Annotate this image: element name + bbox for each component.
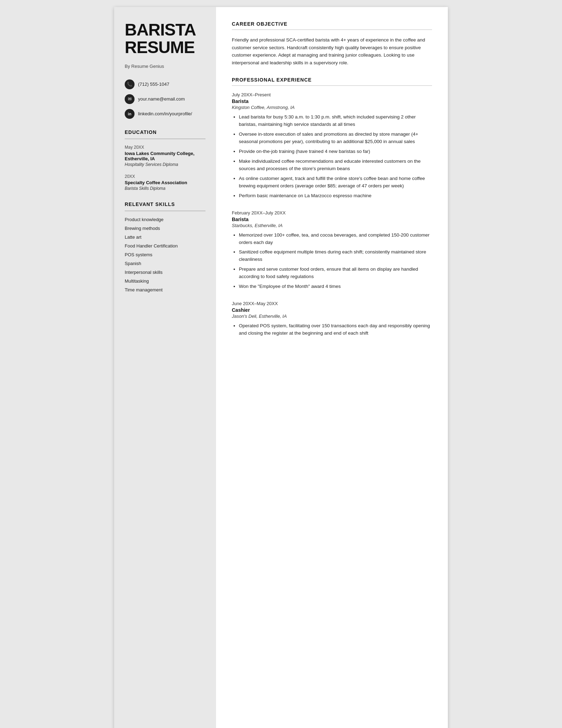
skills-divider xyxy=(125,211,205,211)
job-entry-2: February 20XX–July 20XXBaristaStarbucks,… xyxy=(232,210,432,290)
contact-section: 📞 (712) 555-1047 ✉ your.name@email.com i… xyxy=(125,79,205,119)
bullet-item: Operated POS system, facilitating over 1… xyxy=(239,322,432,337)
jobs-list: July 20XX–PresentBaristaKingston Coffee,… xyxy=(232,92,432,337)
resume-title: BARISTARESUME xyxy=(125,21,205,57)
bullet-item: Lead barista for busy 5:30 a.m. to 1:30 … xyxy=(239,114,432,128)
job-date-1: July 20XX–Present xyxy=(232,92,432,97)
skill-item: Spanish xyxy=(125,261,205,266)
edu-school-2: Specialty Coffee Association xyxy=(125,180,205,185)
linkedin-icon: in xyxy=(125,109,135,119)
edu-entry-1: May 20XX Iowa Lakes Community College, E… xyxy=(125,145,205,167)
edu-entry-2: 20XX Specialty Coffee Association Barist… xyxy=(125,174,205,191)
email-contact: ✉ your.name@email.com xyxy=(125,94,205,104)
skill-item: Food Handler Certification xyxy=(125,243,205,249)
skill-item: Time management xyxy=(125,287,205,292)
bullet-item: Won the "Employee of the Month" award 4 … xyxy=(239,283,432,290)
phone-contact: 📞 (712) 555-1047 xyxy=(125,79,205,89)
bullet-item: Prepare and serve customer food orders, … xyxy=(239,266,432,281)
linkedin-text: linkedin.com/in/yourprofile/ xyxy=(138,111,192,116)
job-date-2: February 20XX–July 20XX xyxy=(232,210,432,215)
job-company-3: Jason's Deli, Estherville, IA xyxy=(232,314,432,319)
bullet-item: Perform basic maintenance on La Marzocco… xyxy=(239,192,432,200)
bullet-item: Provide on-the-job training (have traine… xyxy=(239,148,432,155)
objective-heading: CAREER OBJECTIVE xyxy=(232,21,432,27)
job-title-3: Cashier xyxy=(232,307,432,313)
phone-text: (712) 555-1047 xyxy=(138,82,169,87)
experience-heading: PROFESSIONAL EXPERIENCE xyxy=(232,77,432,83)
skills-heading: RELEVANT SKILLS xyxy=(125,201,205,207)
job-company-2: Starbucks, Estherville, IA xyxy=(232,223,432,228)
job-entry-1: July 20XX–PresentBaristaKingston Coffee,… xyxy=(232,92,432,199)
skills-list: Product knowledgeBrewing methodsLatte ar… xyxy=(125,217,205,292)
skill-item: Brewing methods xyxy=(125,226,205,231)
job-date-3: June 20XX–May 20XX xyxy=(232,301,432,306)
email-icon: ✉ xyxy=(125,94,135,104)
bullet-item: Sanitized coffee equipment multiple time… xyxy=(239,249,432,263)
edu-school-1: Iowa Lakes Community College, Esthervill… xyxy=(125,151,205,161)
phone-icon: 📞 xyxy=(125,79,135,89)
skill-item: POS systems xyxy=(125,252,205,257)
bullet-item: Make individualized coffee recommendatio… xyxy=(239,158,432,173)
objective-divider xyxy=(232,30,432,30)
skill-item: Multitasking xyxy=(125,278,205,284)
main-content: CAREER OBJECTIVE Friendly and profession… xyxy=(216,7,448,728)
experience-divider xyxy=(232,85,432,86)
edu-diploma-2: Barista Skills Diploma xyxy=(125,186,205,191)
skill-item: Product knowledge xyxy=(125,217,205,222)
job-title-1: Barista xyxy=(232,98,432,104)
skill-item: Latte art xyxy=(125,234,205,240)
job-entry-3: June 20XX–May 20XXCashierJason's Deli, E… xyxy=(232,301,432,337)
email-text: your.name@email.com xyxy=(138,96,185,102)
bullet-item: Oversee in-store execution of sales and … xyxy=(239,131,432,146)
resume-page: BARISTARESUME By Resume Genius 📞 (712) 5… xyxy=(114,7,448,728)
education-heading: EDUCATION xyxy=(125,129,205,135)
job-bullets-2: Memorized over 100+ coffee, tea, and coc… xyxy=(232,232,432,290)
linkedin-contact: in linkedin.com/in/yourprofile/ xyxy=(125,109,205,119)
sidebar: BARISTARESUME By Resume Genius 📞 (712) 5… xyxy=(114,7,216,728)
bullet-item: As online customer agent, track and fulf… xyxy=(239,175,432,190)
edu-date-2: 20XX xyxy=(125,174,205,179)
education-divider xyxy=(125,138,205,139)
job-bullets-1: Lead barista for busy 5:30 a.m. to 1:30 … xyxy=(232,114,432,199)
job-title-2: Barista xyxy=(232,217,432,222)
edu-diploma-1: Hospitality Services Diploma xyxy=(125,162,205,167)
job-bullets-3: Operated POS system, facilitating over 1… xyxy=(232,322,432,337)
byline: By Resume Genius xyxy=(125,64,205,69)
objective-text: Friendly and professional SCA-certified … xyxy=(232,36,432,66)
bullet-item: Memorized over 100+ coffee, tea, and coc… xyxy=(239,232,432,246)
edu-date-1: May 20XX xyxy=(125,145,205,150)
job-company-1: Kingston Coffee, Armstrong, IA xyxy=(232,105,432,110)
skill-item: Interpersonal skills xyxy=(125,270,205,275)
